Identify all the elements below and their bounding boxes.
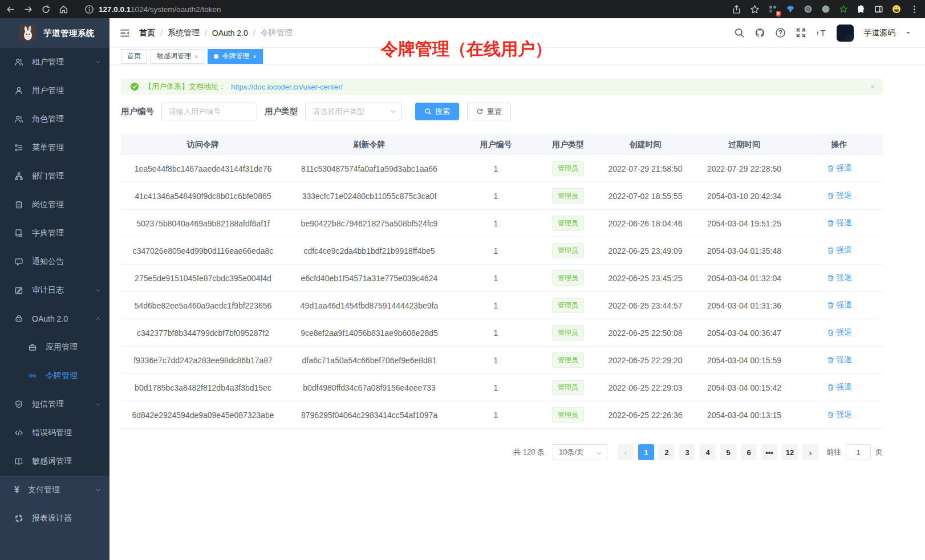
gem-extension-icon[interactable] [786,5,795,14]
access-token-cell: 54d6be82ee5a460a9aedc1f9bf223656 [121,292,285,319]
page-button-5[interactable]: 5 [720,444,736,460]
search-button[interactable]: 搜索 [415,103,459,120]
user-type-cell: 管理员 [538,265,598,292]
tab-close-icon[interactable]: × [194,53,198,60]
sidebar-item-sensitive[interactable]: 敏感词管理 [0,447,109,476]
sidebar-toggle-icon[interactable] [874,5,883,14]
alert-close-icon[interactable]: × [870,82,875,91]
search-form: 用户编号 用户类型 搜索 重置 [121,103,883,120]
record-extension-icon[interactable] [821,5,830,14]
user-type-select[interactable] [305,103,402,120]
page-button-12[interactable]: 12 [782,444,798,460]
token-table: 访问令牌刷新令牌用户编号用户类型创建时间过期时间操作 1ea5e44f8bc14… [121,134,883,429]
goto-page-input[interactable] [846,444,871,460]
tab-close-icon[interactable]: × [253,53,256,60]
extension-grid-icon[interactable]: 9 [768,5,777,14]
sidebar-item-sms[interactable]: 短信管理 [0,390,109,419]
page-info-icon[interactable] [84,5,94,14]
sidebar-item-notice[interactable]: 通知公告 [0,247,109,276]
action-cell: 强退 [796,265,883,292]
browser-forward-icon[interactable] [23,5,33,14]
access-token-cell: c342377bf8b344799dcbf7bf095287f2 [121,319,285,347]
help-icon[interactable] [775,27,786,38]
sidebar-item-oauth2[interactable]: OAuth 2.0 [0,305,109,333]
force-logout-button[interactable]: 强退 [827,163,852,173]
more-pages-button[interactable]: ••• [761,444,777,460]
chevron-down-icon [95,287,102,294]
next-page-button[interactable]: › [802,444,818,460]
browser-home-icon[interactable] [59,5,68,14]
sidebar-item-user[interactable]: 用户管理 [0,76,109,105]
user-id-cell: 1 [453,210,538,237]
sidebar-item-oauth2-token[interactable]: 令牌管理 [0,362,109,390]
chevron-down-icon [95,401,102,408]
access-token-cell: 6d842e2924594de9a09e45e087323abe [121,401,285,429]
force-logout-button[interactable]: 强退 [827,190,852,201]
sidebar-item-pay[interactable]: ¥支付管理 [0,476,109,504]
sidebar-item-menu[interactable]: 菜单管理 [0,133,109,162]
token-table-body: 1ea5e44f8bc1467aaede43144f31de76811c5304… [121,155,883,429]
command-extension-icon[interactable] [804,5,813,14]
prev-page-button[interactable]: ‹ [618,444,634,460]
github-icon[interactable] [754,27,765,38]
sidebar-item-oauth2-app[interactable]: 应用管理 [0,333,109,362]
page-button-3[interactable]: 3 [679,444,695,460]
profile-avatar-icon[interactable] [892,5,901,14]
search-icon[interactable] [734,27,745,38]
expire-time-cell: 2054-03-04 00:15:42 [693,374,796,401]
refresh-token-cell: 9ce8ef2aa9f14056b831ae9b608e28d5 [285,319,453,347]
fullscreen-icon[interactable] [796,27,806,38]
force-logout-button[interactable]: 强退 [827,300,852,310]
trash-icon [827,356,834,364]
puzzle-extension-icon[interactable] [857,5,866,14]
sidebar-item-dict[interactable]: 字典管理 [0,219,109,247]
force-logout-button[interactable]: 强退 [827,218,852,228]
alert-text: 【用户体系】文档地址： [144,82,226,92]
breadcrumb-item[interactable]: OAuth 2.0 [212,29,248,38]
force-logout-button[interactable]: 强退 [827,355,852,365]
page-size-select[interactable]: 10条/页 [553,444,607,460]
sidebar-logo[interactable]: 芋道管理系统 [0,18,109,48]
force-logout-button[interactable]: 强退 [827,409,852,420]
browser-reload-icon[interactable] [41,5,51,14]
sidebar-item-audit-log[interactable]: 审计日志 [0,276,109,305]
collapse-sidebar-icon[interactable] [120,28,130,38]
page-button-4[interactable]: 4 [700,444,716,460]
force-logout-button[interactable]: 强退 [827,245,852,255]
user-type-select-input[interactable] [305,103,402,120]
force-logout-button[interactable]: 强退 [827,327,852,338]
sidebar-item-role[interactable]: 角色管理 [0,105,109,133]
user-caret-down-icon[interactable] [905,30,911,36]
sidebar-item-dept[interactable]: 部门管理 [0,162,109,190]
tab-首页[interactable]: 首页 [121,49,147,64]
address-bar[interactable]: 127.0.0.1:1024/system/oauth2/token [84,5,724,14]
tab-令牌管理[interactable]: 令牌管理× [208,49,262,64]
username[interactable]: 芋道源码 [863,28,895,38]
force-logout-button[interactable]: 强退 [827,382,852,392]
sidebar-item-errorcode[interactable]: 错误码管理 [0,419,109,447]
user-id-input[interactable] [161,103,257,120]
user-avatar[interactable] [837,25,854,42]
sidebar-item-report[interactable]: 报表设计器 [0,504,109,533]
doc-link[interactable]: https://doc.iocoder.cn/user-center/ [231,83,343,91]
page-button-1[interactable]: 1 [638,444,654,460]
breadcrumb-separator: / [205,29,207,38]
force-logout-label: 强退 [837,190,852,201]
sidebar-item-tenant[interactable]: 租户管理 [0,48,109,76]
browser-menu-icon[interactable] [910,5,919,14]
logo-rabbit-avatar [19,25,36,42]
browser-back-icon[interactable] [6,5,15,14]
breadcrumb-item[interactable]: 首页 [139,28,155,38]
force-logout-button[interactable]: 强退 [827,273,852,283]
page-button-6[interactable]: 6 [741,444,757,460]
share-icon[interactable] [732,5,741,14]
trash-icon [827,192,834,200]
tab-敏感词管理[interactable]: 敏感词管理× [151,49,204,64]
reset-button[interactable]: 重置 [467,103,511,120]
breadcrumb-item[interactable]: 系统管理 [168,28,200,38]
green-star-extension-icon[interactable] [839,5,848,14]
fontsize-icon[interactable]: tT [816,27,827,38]
page-button-2[interactable]: 2 [659,444,675,460]
sidebar-item-post[interactable]: 岗位管理 [0,190,109,219]
bookmark-star-icon[interactable] [750,5,760,14]
